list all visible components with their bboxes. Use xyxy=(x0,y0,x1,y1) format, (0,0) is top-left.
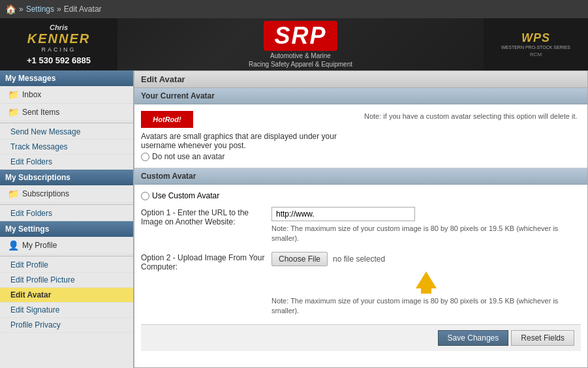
banner-right: WPS WESTERN PRO-STOCK SERIES RCM xyxy=(484,18,588,70)
use-custom-avatar-row[interactable]: Use Custom Avatar xyxy=(141,191,581,200)
kenner-racing: RACING xyxy=(41,46,76,53)
option1-input-area: Note: The maximum size of your custom im… xyxy=(271,207,581,244)
my-profile-label: My Profile xyxy=(22,241,57,250)
inbox-label: Inbox xyxy=(22,90,41,99)
sidebar-item-profile-privacy[interactable]: Profile Privacy xyxy=(0,318,133,333)
sidebar-item-edit-signature[interactable]: Edit Signature xyxy=(0,303,133,318)
srp-logo: SRP xyxy=(264,21,337,51)
banner-left: Chris KENNER RACING +1 530 592 6885 xyxy=(0,18,117,70)
my-subscriptions-header: My Subscriptions xyxy=(0,170,133,185)
avatar-description: Avatars are small graphics that are disp… xyxy=(141,132,358,150)
option1-label: Option 1 - Enter the URL to the Image on… xyxy=(141,207,265,226)
sidebar: My Messages 📁 Inbox 📁 Sent Items Send Ne… xyxy=(0,70,134,368)
use-custom-avatar-radio[interactable] xyxy=(141,192,149,200)
wps-subtitle: WESTERN PRO-STOCK SERIES xyxy=(501,45,570,50)
option2-row: Option 2 - Upload Image From Your Comput… xyxy=(141,252,581,316)
arrow-stem xyxy=(421,287,431,294)
folder-icon-subscriptions: 📁 xyxy=(8,189,19,199)
arrow-up-icon xyxy=(416,271,437,288)
do-not-use-avatar-label: Do not use an avatar xyxy=(152,152,224,161)
folder-icon-inbox: 📁 xyxy=(8,89,19,100)
subscriptions-label: Subscriptions xyxy=(22,189,69,198)
option2-input-area: Choose File no file selected Note: The m… xyxy=(271,252,581,316)
banner: Chris KENNER RACING +1 530 592 6885 SRP … xyxy=(0,18,588,70)
kenner-phone: +1 530 592 6885 xyxy=(27,55,91,65)
avatar-left: HotRod! Avatars are small graphics that … xyxy=(141,111,358,161)
breadcrumb-sep2: » xyxy=(57,5,61,14)
choose-file-button[interactable]: Choose File xyxy=(271,252,328,266)
custom-avatar-section: Use Custom Avatar Option 1 - Enter the U… xyxy=(134,185,587,358)
sidebar-item-edit-avatar[interactable]: Edit Avatar xyxy=(0,288,133,303)
option1-row: Option 1 - Enter the URL to the Image on… xyxy=(141,207,581,244)
sidebar-item-edit-folders-messages[interactable]: Edit Folders xyxy=(0,155,133,170)
breadcrumb-settings[interactable]: Settings xyxy=(26,5,54,14)
srp-sub-line2: Racing Safety Apparel & Equipment xyxy=(249,61,352,68)
avatar-image[interactable]: HotRod! xyxy=(141,111,193,128)
main-layout: My Messages 📁 Inbox 📁 Sent Items Send Ne… xyxy=(0,70,588,368)
sidebar-item-inbox[interactable]: 📁 Inbox xyxy=(0,86,133,104)
breadcrumb-sep1: » xyxy=(19,5,23,14)
my-settings-header: My Settings xyxy=(0,221,133,237)
person-icon: 👤 xyxy=(8,240,19,251)
top-bar: 🏠 » Settings » Edit Avatar xyxy=(0,0,588,18)
avatar-current-content: HotRod! Avatars are small graphics that … xyxy=(141,111,581,161)
sidebar-item-edit-profile-picture[interactable]: Edit Profile Picture xyxy=(0,273,133,288)
footer-buttons: Save Changes Reset Fields xyxy=(141,324,581,351)
custom-avatar-title: Custom Avatar xyxy=(134,168,587,185)
content-header: Edit Avatar xyxy=(134,71,587,88)
sent-items-label: Sent Items xyxy=(22,108,59,117)
wps-logo: WPS xyxy=(521,31,550,45)
url-note: Note: The maximum size of your custom im… xyxy=(271,224,581,244)
do-not-use-avatar-radio[interactable] xyxy=(141,153,149,161)
content-panel: Edit Avatar Your Current Avatar HotRod! … xyxy=(134,70,588,368)
srp-sub-line1: Automotive & Marine xyxy=(270,52,331,59)
avatar-current-section: HotRod! Avatars are small graphics that … xyxy=(134,104,587,168)
kenner-cursive: Chris xyxy=(50,23,68,31)
breadcrumb-edit-avatar: Edit Avatar xyxy=(64,5,102,14)
no-file-text: no file selected xyxy=(333,254,385,264)
avatar-right: Note: if you have a custom avatar select… xyxy=(364,111,581,161)
breadcrumb: 🏠 » Settings » Edit Avatar xyxy=(5,4,102,14)
reset-fields-button[interactable]: Reset Fields xyxy=(511,330,574,346)
your-current-avatar-title: Your Current Avatar xyxy=(134,88,587,104)
sidebar-item-track-messages[interactable]: Track Messages xyxy=(0,140,133,155)
file-upload-area: Choose File no file selected xyxy=(271,252,581,266)
rcm-badge: RCM xyxy=(530,52,542,57)
banner-center: SRP Automotive & Marine Racing Safety Ap… xyxy=(117,21,484,68)
use-custom-avatar-label: Use Custom Avatar xyxy=(152,191,219,200)
my-messages-header: My Messages xyxy=(0,70,133,86)
sidebar-item-my-profile[interactable]: 👤 My Profile xyxy=(0,237,133,254)
sidebar-item-edit-folders-subs[interactable]: Edit Folders xyxy=(0,206,133,221)
sidebar-item-subscriptions[interactable]: 📁 Subscriptions xyxy=(0,185,133,203)
folder-icon-sent: 📁 xyxy=(8,107,19,117)
kenner-name: KENNER xyxy=(27,31,90,46)
save-changes-button[interactable]: Save Changes xyxy=(438,330,509,346)
sidebar-item-send-new-message[interactable]: Send New Message xyxy=(0,125,133,140)
url-input[interactable] xyxy=(271,207,415,221)
note-delete-text: Note: if you have a custom avatar select… xyxy=(364,112,581,120)
option2-label: Option 2 - Upload Image From Your Comput… xyxy=(141,252,265,271)
arrow-indicator xyxy=(271,269,581,294)
upload-note: Note: The maximum size of your custom im… xyxy=(271,296,581,316)
do-not-use-avatar-option[interactable]: Do not use an avatar xyxy=(141,152,358,161)
sidebar-item-edit-profile[interactable]: Edit Profile xyxy=(0,258,133,273)
home-icon[interactable]: 🏠 xyxy=(5,4,16,14)
sidebar-item-sent[interactable]: 📁 Sent Items xyxy=(0,104,133,121)
